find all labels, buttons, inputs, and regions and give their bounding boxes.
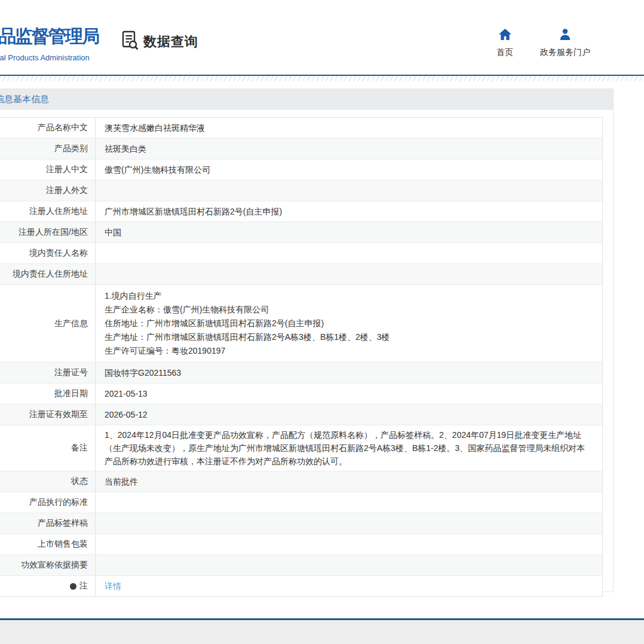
product-info-table: 产品名称中文澳芙雪水感嫩白祛斑精华液产品类别祛斑美白类注册人中文傲雪(广州)生物… — [0, 117, 603, 597]
row-value: 2021-05-13 — [96, 384, 602, 404]
detail-link[interactable]: 详情 — [105, 579, 121, 593]
row-label: 注册证有效期至 — [0, 404, 96, 425]
row-value: 国妆特字G20211563 — [96, 363, 602, 383]
row-label: 注册人住所地址 — [0, 201, 96, 222]
table-row: 注册证号国妆特字G20211563 — [0, 363, 602, 384]
row-value: 澳芙雪水感嫩白祛斑精华液 — [96, 118, 602, 138]
row-value — [96, 180, 602, 201]
table-row: 境内责任人住所地址 — [0, 264, 602, 285]
note-balloon-icon — [70, 583, 76, 590]
section-header: 信息基本信息 — [0, 88, 613, 110]
table-row: 注册人外文 — [0, 180, 602, 201]
row-label: 状态 — [0, 471, 96, 492]
table-row: 上市销售包装 — [0, 534, 602, 555]
content-panel: 信息基本信息 产品名称中文澳芙雪水感嫩白祛斑精华液产品类别祛斑美白类注册人中文傲… — [0, 88, 614, 592]
user-icon — [559, 32, 572, 42]
table-row: 注册证有效期至2026-05-12 — [0, 404, 602, 425]
section-title: 信息基本信息 — [0, 94, 49, 105]
nav-portal-label: 政务服务门户 — [528, 47, 602, 58]
table-row: 状态当前批件 — [0, 471, 602, 492]
row-label: 产品名称中文 — [0, 118, 96, 138]
page-title: 数据查询 — [143, 33, 198, 51]
row-value: 当前批件 — [96, 471, 602, 492]
value-line: 生产许可证编号：粤妆20190197 — [105, 344, 589, 358]
table-row: 注详情 — [0, 576, 602, 596]
logo-chinese-text: 品监督管理局 — [0, 24, 99, 49]
row-label: 批准日期 — [0, 384, 96, 404]
site-footer — [0, 618, 644, 644]
row-value: 中国 — [96, 222, 602, 243]
table-row: 产品类别祛斑美白类 — [0, 139, 602, 160]
doc-search-icon — [122, 30, 139, 53]
value-line: 1.境内自行生产 — [105, 289, 589, 303]
row-label: 备注 — [0, 425, 96, 471]
nav-home-label: 首页 — [492, 47, 518, 58]
row-value: 祛斑美白类 — [96, 139, 602, 159]
divider-hatch-band — [0, 76, 644, 81]
row-label: 产品执行的标准 — [0, 492, 96, 513]
table-row: 产品标签样稿 — [0, 513, 602, 534]
table-row: 产品执行的标准 — [0, 492, 602, 513]
row-label: 功效宣称依据摘要 — [0, 555, 96, 575]
value-line: 住所地址：广州市增城区新塘镇瑶田村石新路2号(自主申报) — [105, 317, 589, 330]
row-value: 2026-05-12 — [96, 404, 602, 425]
row-value: 广州市增城区新塘镇瑶田村石新路2号(自主申报) — [96, 201, 602, 222]
row-label: 境内责任人名称 — [0, 243, 96, 263]
table-row: 注册人住所地址广州市增城区新塘镇瑶田村石新路2号(自主申报) — [0, 201, 602, 222]
site-header: 品监督管理局 cal Products Administration 数据查询 — [0, 0, 644, 75]
table-row: 产品名称中文澳芙雪水感嫩白祛斑精华液 — [0, 118, 602, 139]
table-row: 境内责任人名称 — [0, 243, 602, 264]
row-value: 1、2024年12月04日批准变更产品功效宣称，产品配方（规范原料名称），产品标… — [96, 425, 602, 471]
row-value — [96, 513, 602, 533]
nav-portal[interactable]: 政务服务门户 — [528, 28, 602, 58]
row-value: 详情 — [96, 576, 602, 596]
row-label: 生产信息 — [0, 285, 96, 362]
row-label: 注册人所在国/地区 — [0, 222, 96, 243]
table-row: 备注1、2024年12月04日批准变更产品功效宣称，产品配方（规范原料名称），产… — [0, 425, 602, 471]
value-line: 生产企业名称：傲雪(广州)生物科技有限公司 — [105, 303, 589, 317]
row-value — [96, 264, 602, 284]
logo-english-text: cal Products Administration — [0, 53, 99, 62]
row-label: 注册人外文 — [0, 180, 96, 201]
table-row: 功效宣称依据摘要 — [0, 555, 602, 576]
row-value: 傲雪(广州)生物科技有限公司 — [96, 160, 602, 180]
row-label: 注册证号 — [0, 363, 96, 383]
site-logo[interactable]: 品监督管理局 cal Products Administration — [0, 24, 99, 62]
home-icon — [498, 32, 512, 42]
row-label: 产品标签样稿 — [0, 513, 96, 533]
row-label: 产品类别 — [0, 139, 96, 159]
table-row: 注册人中文傲雪(广州)生物科技有限公司 — [0, 160, 602, 180]
row-value — [96, 534, 602, 554]
row-label: 境内责任人住所地址 — [0, 264, 96, 284]
row-label: 上市销售包装 — [0, 534, 96, 554]
table-row: 批准日期2021-05-13 — [0, 384, 602, 404]
row-value — [96, 492, 602, 513]
data-query-header: 数据查询 — [122, 30, 198, 53]
row-label: 注 — [0, 576, 96, 596]
row-value: 1.境内自行生产生产企业名称：傲雪(广州)生物科技有限公司住所地址：广州市增城区… — [96, 285, 602, 362]
nav-home[interactable]: 首页 — [492, 28, 518, 58]
row-value — [96, 243, 602, 263]
row-value — [96, 555, 602, 575]
table-row: 注册人所在国/地区中国 — [0, 222, 602, 243]
row-label: 注册人中文 — [0, 160, 96, 180]
value-line: 生产地址：广州市增城区新塘镇瑶田村石新路2号A栋3楼、B栋1楼、2楼、3楼 — [105, 330, 589, 344]
page: 品监督管理局 cal Products Administration 数据查询 — [0, 0, 644, 644]
table-row: 生产信息1.境内自行生产生产企业名称：傲雪(广州)生物科技有限公司住所地址：广州… — [0, 285, 602, 363]
header-divider — [0, 75, 644, 81]
